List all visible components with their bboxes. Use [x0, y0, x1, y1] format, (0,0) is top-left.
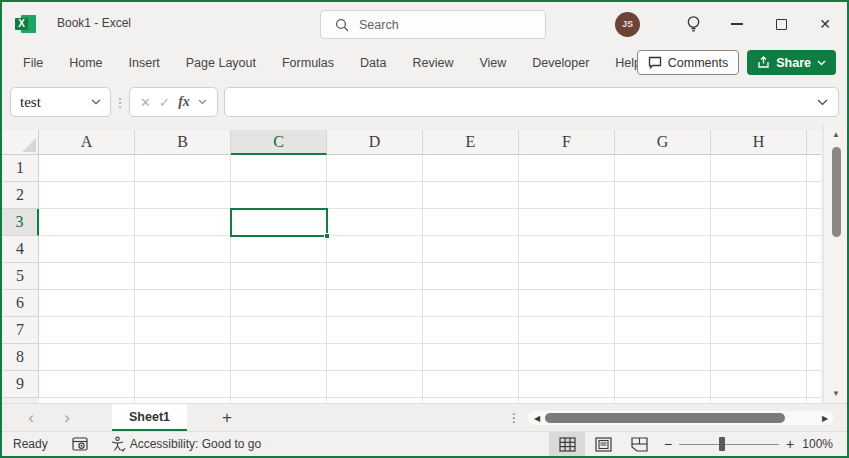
scroll-down-button[interactable]: ▼	[824, 385, 848, 401]
row-header-3[interactable]: 3	[2, 209, 39, 236]
row-header-5[interactable]: 5	[2, 263, 39, 290]
zoom-slider-thumb[interactable]	[719, 437, 725, 451]
search-input[interactable]: Search	[320, 10, 546, 39]
zoom-in-button[interactable]: +	[779, 432, 801, 456]
cell-G5[interactable]	[615, 263, 711, 290]
share-button[interactable]: Share	[747, 50, 836, 75]
new-sheet-button[interactable]: +	[212, 404, 242, 432]
cell-partial-4[interactable]	[807, 236, 821, 263]
comments-button[interactable]: Comments	[637, 50, 739, 75]
cell-A2[interactable]	[39, 182, 135, 209]
scroll-right-button[interactable]: ▶	[818, 411, 832, 425]
formula-input[interactable]	[224, 87, 839, 117]
cell-F8[interactable]	[519, 344, 615, 371]
sheetbar-resize-handle-icon[interactable]: ⋮	[506, 404, 522, 432]
cell-D5[interactable]	[327, 263, 423, 290]
cell-G7[interactable]	[615, 317, 711, 344]
row-header-4[interactable]: 4	[2, 236, 39, 263]
row-header-2[interactable]: 2	[2, 182, 39, 209]
cell-H2[interactable]	[711, 182, 807, 209]
cell-H7[interactable]	[711, 317, 807, 344]
cell-partial-6[interactable]	[807, 290, 821, 317]
cell-B1[interactable]	[135, 155, 231, 182]
cell-F2[interactable]	[519, 182, 615, 209]
cell-D2[interactable]	[327, 182, 423, 209]
cell-E9[interactable]	[423, 371, 519, 398]
cell-D3[interactable]	[327, 209, 423, 236]
cell-partial-2[interactable]	[807, 182, 821, 209]
cell-partial-3[interactable]	[807, 209, 821, 236]
cell-E7[interactable]	[423, 317, 519, 344]
cell-E1[interactable]	[423, 155, 519, 182]
zoom-out-button[interactable]: −	[657, 432, 679, 456]
normal-view-button[interactable]	[549, 432, 585, 456]
row-header-6[interactable]: 6	[2, 290, 39, 317]
maximize-button[interactable]	[759, 2, 803, 46]
accessibility-icon[interactable]	[110, 436, 126, 452]
horizontal-scrollbar[interactable]: ◀ ▶	[528, 411, 834, 425]
menu-tab-file[interactable]: File	[10, 46, 56, 80]
cell-C6[interactable]	[231, 290, 327, 317]
cell-partial-7[interactable]	[807, 317, 821, 344]
cell-A8[interactable]	[39, 344, 135, 371]
cell-E4[interactable]	[423, 236, 519, 263]
cell-G1[interactable]	[615, 155, 711, 182]
cell-H1[interactable]	[711, 155, 807, 182]
menu-tab-formulas[interactable]: Formulas	[269, 46, 347, 80]
scroll-left-button[interactable]: ◀	[530, 411, 544, 425]
row-header-7[interactable]: 7	[2, 317, 39, 344]
cell-C9[interactable]	[231, 371, 327, 398]
column-header-C[interactable]: C	[231, 130, 327, 155]
cell-C1[interactable]	[231, 155, 327, 182]
cell-F1[interactable]	[519, 155, 615, 182]
cell-D1[interactable]	[327, 155, 423, 182]
sheet-tab-sheet1[interactable]: Sheet1	[112, 404, 187, 432]
cell-C7[interactable]	[231, 317, 327, 344]
cell-G6[interactable]	[615, 290, 711, 317]
cell-partial-1[interactable]	[807, 155, 821, 182]
menu-tab-view[interactable]: View	[466, 46, 519, 80]
name-box[interactable]: test	[10, 87, 111, 117]
cell-G2[interactable]	[615, 182, 711, 209]
cell-B9[interactable]	[135, 371, 231, 398]
cell-E6[interactable]	[423, 290, 519, 317]
row-header-1[interactable]: 1	[2, 155, 39, 182]
menu-tab-insert[interactable]: Insert	[116, 46, 173, 80]
cell-B6[interactable]	[135, 290, 231, 317]
cell-D9[interactable]	[327, 371, 423, 398]
cell-A5[interactable]	[39, 263, 135, 290]
cell-C4[interactable]	[231, 236, 327, 263]
ideas-lightbulb-button[interactable]	[671, 2, 715, 46]
fx-chevron-icon[interactable]	[198, 99, 207, 105]
cell-H9[interactable]	[711, 371, 807, 398]
row-header-9[interactable]: 9	[2, 371, 39, 398]
column-header-D[interactable]: D	[327, 130, 423, 155]
cell-C2[interactable]	[231, 182, 327, 209]
cell-A1[interactable]	[39, 155, 135, 182]
cell-A6[interactable]	[39, 290, 135, 317]
formula-bar-expand-chevron-icon[interactable]	[817, 99, 828, 106]
column-header-B[interactable]: B	[135, 130, 231, 155]
column-header-A[interactable]: A	[39, 130, 135, 155]
cell-D4[interactable]	[327, 236, 423, 263]
horizontal-scrollbar-thumb[interactable]	[545, 413, 785, 423]
enter-entry-button[interactable]: ✓	[159, 95, 170, 110]
scroll-up-button[interactable]: ▲	[824, 126, 848, 142]
cell-B7[interactable]	[135, 317, 231, 344]
select-all-button[interactable]	[2, 130, 39, 155]
cell-F3[interactable]	[519, 209, 615, 236]
minimize-button[interactable]	[715, 2, 759, 46]
column-header-E[interactable]: E	[423, 130, 519, 155]
cell-A9[interactable]	[39, 371, 135, 398]
cell-B5[interactable]	[135, 263, 231, 290]
vertical-scrollbar[interactable]: ▲ ▼	[823, 124, 847, 403]
cell-D6[interactable]	[327, 290, 423, 317]
menu-tab-review[interactable]: Review	[399, 46, 466, 80]
cell-C3[interactable]	[231, 209, 327, 236]
column-header-H[interactable]: H	[711, 130, 807, 155]
zoom-level[interactable]: 100%	[801, 437, 847, 451]
row-header-8[interactable]: 8	[2, 344, 39, 371]
cell-C8[interactable]	[231, 344, 327, 371]
cell-B3[interactable]	[135, 209, 231, 236]
cell-F7[interactable]	[519, 317, 615, 344]
